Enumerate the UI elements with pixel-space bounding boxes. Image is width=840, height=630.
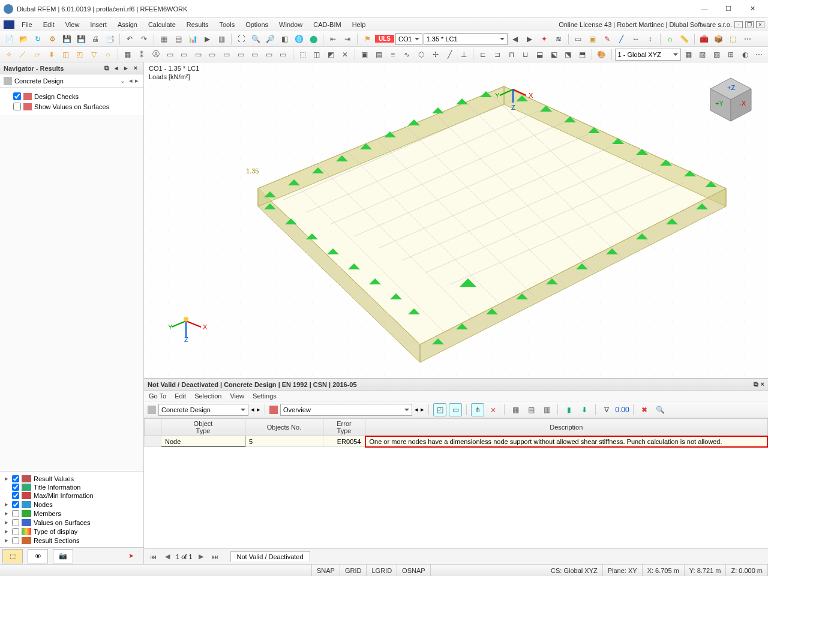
menu-results[interactable]: Results (182, 20, 214, 29)
doc-max-icon[interactable]: ❐ (745, 21, 754, 28)
prev-lc-icon[interactable]: ◀ (509, 32, 522, 46)
menu-cadbim[interactable]: CAD-BIM (308, 20, 346, 29)
member-icon[interactable]: ⬍ (45, 48, 58, 61)
close-button[interactable]: ✕ (740, 1, 764, 17)
doc-restore-icon[interactable]: - (734, 21, 743, 28)
surf-icon[interactable]: ▱ (31, 48, 44, 61)
settings2-icon[interactable]: ▥ (215, 32, 228, 46)
b6-icon[interactable]: ▭ (234, 48, 247, 61)
c1-icon[interactable]: ⬚ (296, 48, 310, 61)
e8-icon[interactable]: ⬒ (575, 48, 589, 61)
open-folder-icon[interactable]: 📂 (17, 32, 30, 46)
f5-icon[interactable]: ◐ (739, 48, 752, 61)
nav-pin-icon[interactable]: ⧉ (103, 64, 111, 72)
loadcase-co-dropdown[interactable]: CO1 (395, 33, 422, 45)
b1-icon[interactable]: ▭ (163, 48, 176, 61)
toolbox-icon[interactable]: 🧰 (698, 32, 711, 46)
b9-icon[interactable]: ▭ (277, 48, 290, 61)
c3-icon[interactable]: ◩ (325, 48, 338, 61)
bt-row-3[interactable]: ▸Nodes (2, 500, 141, 509)
menu-options[interactable]: Options (241, 20, 273, 29)
results-menu-view[interactable]: View (230, 392, 244, 400)
palette-icon[interactable]: 🎨 (595, 48, 608, 61)
b5-icon[interactable]: ▭ (220, 48, 233, 61)
results-menu-goto[interactable]: Go To (149, 392, 166, 400)
bt-cb-7[interactable] (12, 537, 19, 544)
results-combo-next[interactable]: ▸ (257, 406, 260, 413)
coordsys-dropdown[interactable]: 1 - Global XYZ (615, 49, 681, 61)
res-tool-t2-icon[interactable]: ▤ (524, 403, 538, 416)
res-tool-select-icon[interactable]: ◰ (433, 403, 446, 416)
minimize-button[interactable]: — (692, 1, 716, 17)
results-menu-selection[interactable]: Selection (194, 392, 221, 400)
bt-cb-5[interactable] (12, 519, 19, 526)
f2-icon[interactable]: ▧ (696, 48, 709, 61)
results-table[interactable]: Object Type Objects No. Error Type Descr… (144, 418, 768, 548)
e7-icon[interactable]: ⬔ (562, 48, 575, 61)
more-icon[interactable]: ⋯ (741, 32, 754, 46)
col-errtype[interactable]: Error Type (323, 419, 365, 436)
doc-close-icon[interactable]: × (756, 21, 764, 28)
f1-icon[interactable]: ▦ (682, 48, 695, 61)
d5-icon[interactable]: ⬡ (415, 48, 428, 61)
box2-icon[interactable]: ⬚ (727, 32, 740, 46)
viewcube[interactable]: +Z -X +Y (706, 74, 756, 125)
node-icon[interactable]: ✧ (2, 48, 16, 61)
bt-row-6[interactable]: ▸Type of display (2, 527, 141, 536)
bt-row-5[interactable]: ▸Values on Surfaces (2, 518, 141, 527)
b7-icon[interactable]: ▭ (248, 48, 262, 61)
menu-view[interactable]: View (61, 20, 85, 29)
res-tool-filter2-icon[interactable]: ∇ (600, 403, 613, 416)
d6-icon[interactable]: ✢ (429, 48, 442, 61)
loadcase-factor-dropdown[interactable]: 1.35 * LC1 (424, 33, 508, 45)
design-checks-checkbox[interactable] (13, 92, 21, 100)
table-row[interactable]: Node 5 ER0054 One or more nodes have a d… (145, 436, 768, 447)
more2-icon[interactable]: ⋯ (753, 48, 766, 61)
page-prev-icon[interactable]: ◀ (163, 553, 172, 560)
deform-icon[interactable]: ≋ (552, 32, 565, 46)
results-combo-prev[interactable]: ◂ (251, 406, 254, 413)
line-icon[interactable]: ╱ (615, 32, 628, 46)
navigator-combo[interactable]: Concrete Design ⌄ ◂▸ (0, 74, 143, 88)
nav-btn-1[interactable]: ⬚ (2, 549, 23, 563)
opening-icon[interactable]: ◰ (73, 48, 86, 61)
results-close-icon[interactable]: × (761, 380, 764, 388)
nav-btn-cam-icon[interactable]: 📷 (53, 549, 73, 563)
solid-icon[interactable]: ◫ (59, 48, 72, 61)
res-tool-table-icon[interactable]: ▦ (509, 403, 522, 416)
res-tool-filter-icon[interactable]: ⋔ (471, 403, 484, 416)
support-icon[interactable]: ▽ (87, 48, 100, 61)
c2-icon[interactable]: ◫ (310, 48, 323, 61)
menu-calculate[interactable]: Calculate (143, 20, 181, 29)
next-lc-icon[interactable]: ▶ (523, 32, 536, 46)
d7-icon[interactable]: ╱ (443, 48, 456, 61)
line2-icon[interactable]: ／ (17, 48, 30, 61)
fit-icon[interactable]: ◧ (278, 32, 291, 46)
bt-row-0[interactable]: ▸Result Values (2, 474, 141, 483)
chart-icon[interactable]: 📊 (186, 32, 199, 46)
results-pin-icon[interactable]: ⧉ (754, 380, 758, 388)
status-grid[interactable]: GRID (340, 565, 367, 576)
menu-assign[interactable]: Assign (113, 20, 142, 29)
bt-row-2[interactable]: Max/Min Information (2, 491, 141, 500)
save-icon[interactable]: 💾 (60, 32, 73, 46)
dim2-icon[interactable]: ↕ (644, 32, 657, 46)
bt-row-7[interactable]: ▸Result Sections (2, 536, 141, 545)
home-icon[interactable]: ⌂ (664, 32, 677, 46)
show-values-checkbox[interactable] (13, 103, 21, 110)
status-lgrid[interactable]: LGRID (367, 565, 397, 576)
zoom-all-icon[interactable]: ⛶ (235, 32, 248, 46)
dim-icon[interactable]: ↔ (629, 32, 643, 46)
res-tool-search-icon[interactable]: 🔍 (653, 403, 667, 416)
nav-btn-eye-icon[interactable]: 👁 (28, 549, 48, 563)
redo-icon[interactable]: ↷ (137, 32, 151, 46)
bt-cb-1[interactable] (12, 484, 19, 491)
nav-combo-prev[interactable]: ◂ (128, 77, 134, 84)
numbers-icon[interactable]: ⁑ (135, 48, 148, 61)
res-tool-chart-icon[interactable]: ▮ (562, 403, 575, 416)
nav-prev-icon[interactable]: ◂ (112, 64, 121, 72)
results-menu-edit[interactable]: Edit (175, 392, 186, 400)
align-icon[interactable]: ⇤ (326, 32, 340, 46)
menu-insert[interactable]: Insert (85, 20, 112, 29)
page-next-icon[interactable]: ▶ (196, 553, 206, 560)
